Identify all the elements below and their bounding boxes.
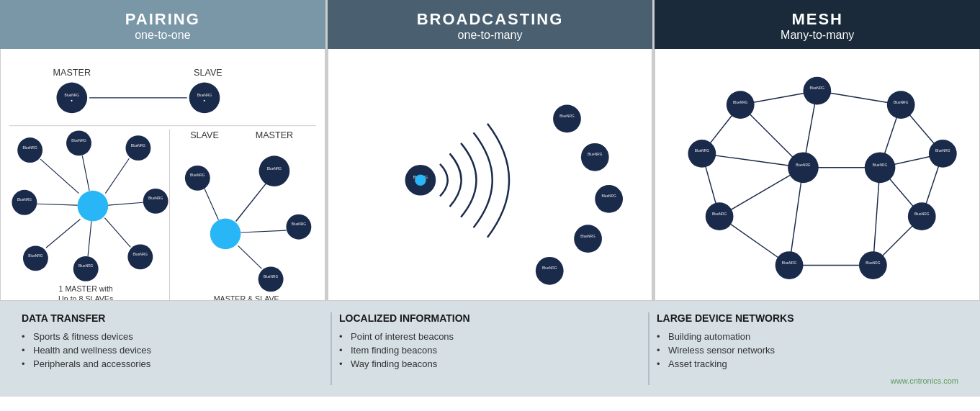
slave-r3 — [259, 266, 284, 292]
bullet-icon: • — [22, 358, 33, 369]
list-item: • Item finding beacons — [339, 343, 641, 357]
data-transfer-title: DATA TRANSFER — [22, 312, 323, 324]
slave-bl — [23, 245, 48, 271]
broadcasting-svg: BlueNRG BlueNRG BlueNRG BlueNRG Bl — [328, 49, 652, 300]
mesh-header: MESH Many-to-many — [655, 0, 980, 49]
slave-label-2: SLAVE — [190, 130, 219, 140]
center-master — [78, 191, 109, 222]
mesh-panel: MESH Many-to-many — [652, 0, 980, 301]
receiver-2 — [581, 143, 609, 171]
list-item: • Point of interest beacons — [339, 330, 641, 343]
mesh-node-d — [929, 140, 957, 168]
mesh-node-f-label: BlueNRG — [866, 261, 881, 265]
slave-tl — [17, 137, 42, 163]
mesh-svg: BlueNRG BlueNRG BlueNRG BlueNRG BlueNRG … — [655, 49, 979, 300]
pairing-title: PAIRING — [7, 10, 318, 29]
bullet-icon: • — [339, 358, 351, 369]
mesh-node-k — [865, 152, 896, 183]
mesh-node-h — [706, 202, 734, 230]
slave-label-1: SLAVE — [194, 68, 222, 78]
mesh-node-d-label: BlueNRG — [935, 149, 950, 153]
line-right — [108, 202, 143, 205]
bottom-section: DATA TRANSFER • Sports & fitness devices… — [0, 301, 980, 397]
bullet-icon: • — [22, 345, 33, 356]
list-item-text: Sports & fitness devices — [33, 331, 133, 342]
top-section: PAIRING one-to-one MASTER SLAVE BlueNRG … — [0, 0, 980, 301]
ms-line-3 — [240, 230, 286, 232]
broadcasting-panel: BROADCASTING one-to-many BlueNRG Blue — [325, 0, 653, 301]
receiver-5-label: BlueNRG — [542, 266, 557, 270]
line-bot — [88, 221, 91, 256]
slave-top-label: BlueNRG — [71, 139, 86, 143]
slave-tl-label: BlueNRG — [22, 146, 37, 150]
bullet-icon: • — [22, 331, 33, 342]
center-master-slave — [210, 219, 241, 250]
signal-3 — [461, 143, 476, 217]
watermark: www.cntronics.com — [657, 376, 958, 385]
mesh-node-j — [788, 152, 819, 183]
caption-master-slaves-2: Up to 8 SLAVEs — [58, 294, 113, 300]
mesh-node-j-label: BlueNRG — [796, 163, 812, 167]
broadcasting-title: BROADCASTING — [335, 10, 646, 29]
line-tl — [40, 159, 78, 194]
localized-info-title: LOCALIZED INFORMATION — [339, 312, 641, 324]
mesh-node-g-label: BlueNRG — [782, 261, 797, 265]
list-item-text: Peripherals and accessories — [33, 358, 150, 369]
slave-r3-label: BlueNRG — [264, 275, 279, 279]
mesh-node-f — [859, 251, 887, 279]
slave-r2 — [286, 214, 311, 240]
mesh-node-a — [727, 91, 755, 119]
master-node-sublabel-1: ● — [71, 99, 73, 102]
list-item: • Wireless sensor networks — [657, 343, 958, 357]
receiver-3-label: BlueNRG — [601, 194, 616, 198]
slave-tr-label: BlueNRG — [131, 144, 146, 148]
pairing-header: PAIRING one-to-one — [0, 0, 325, 49]
slave-right — [143, 189, 168, 214]
mesh-node-b — [804, 77, 832, 105]
list-item: • Health and wellness devices — [22, 343, 323, 357]
list-item: • Way finding beacons — [339, 357, 641, 371]
signal-2 — [449, 153, 461, 207]
slave-top — [66, 130, 91, 155]
mesh-node-e — [908, 202, 936, 230]
large-device-panel: LARGE DEVICE NETWORKS • Building automat… — [648, 312, 966, 385]
signal-1 — [440, 164, 448, 197]
bullet-icon: • — [657, 345, 668, 356]
slave-left — [12, 190, 37, 215]
pairing-panel: PAIRING one-to-one MASTER SLAVE BlueNRG … — [0, 0, 325, 301]
mesh-node-c-label: BlueNRG — [894, 101, 909, 104]
broadcasting-subtitle: one-to-many — [335, 29, 646, 42]
slave-bl-label: BlueNRG — [28, 254, 43, 258]
list-item: • Sports & fitness devices — [22, 330, 323, 343]
list-item: • Asset tracking — [657, 357, 958, 371]
localized-info-panel: LOCALIZED INFORMATION • Point of interes… — [331, 312, 648, 385]
list-item-text: Item finding beacons — [351, 345, 437, 356]
receiver-1-label: BlueNRG — [559, 114, 575, 118]
slave-bot-label: BlueNRG — [78, 264, 94, 268]
bullet-icon: • — [339, 331, 351, 342]
signal-5 — [487, 124, 509, 238]
slave-left-label: BlueNRG — [17, 198, 32, 202]
pairing-svg: MASTER SLAVE BlueNRG ● BlueNRG ● — [1, 49, 325, 300]
pairing-subtitle: one-to-one — [7, 29, 318, 42]
mesh-title: MESH — [662, 10, 973, 29]
data-transfer-list: • Sports & fitness devices • Health and … — [22, 330, 323, 371]
mesh-node-c — [887, 91, 915, 119]
mesh-node-k-label: BlueNRG — [873, 163, 888, 167]
list-item-text: Asset tracking — [668, 358, 727, 369]
caption-master-slaves: 1 MASTER with — [59, 284, 113, 293]
slave-bot — [73, 256, 99, 281]
list-item-text: Point of interest beacons — [351, 331, 454, 342]
slave-right-label: BlueNRG — [148, 197, 163, 200]
slave-r2-label: BlueNRG — [292, 222, 307, 226]
receiver-5 — [536, 257, 564, 285]
localized-info-list: • Point of interest beacons • Item findi… — [339, 330, 641, 371]
data-transfer-panel: DATA TRANSFER • Sports & fitness devices… — [14, 312, 331, 385]
slave-br-label: BlueNRG — [133, 253, 148, 256]
pairing-diagram: MASTER SLAVE BlueNRG ● BlueNRG ● — [0, 49, 325, 301]
master-node-label-2: BlueNRG — [267, 167, 282, 171]
slave-node-label-1: BlueNRG — [197, 94, 212, 97]
ms-line-1 — [236, 184, 266, 221]
ms-line-4 — [238, 245, 262, 268]
bullet-icon: • — [657, 358, 668, 369]
